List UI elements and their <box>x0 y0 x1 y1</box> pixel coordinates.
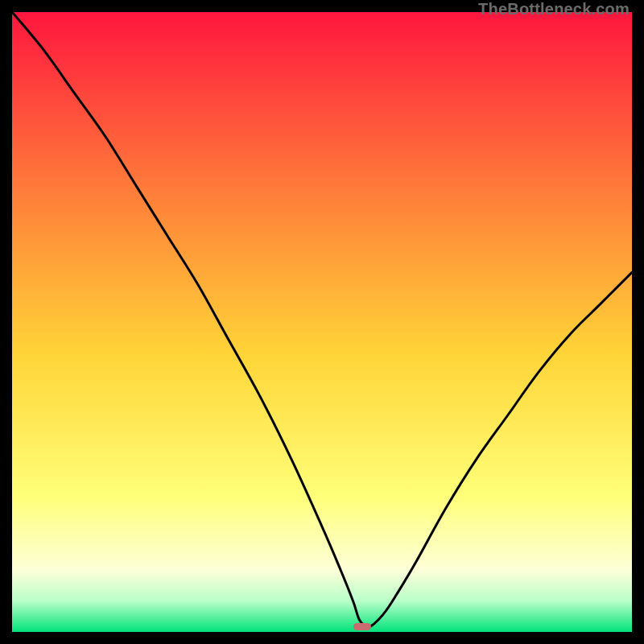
plot-area <box>12 12 632 632</box>
bottleneck-curve <box>12 12 632 632</box>
optimal-marker <box>353 623 371 630</box>
chart-frame: TheBottleneck.com <box>0 0 644 644</box>
watermark-text: TheBottleneck.com <box>478 0 630 19</box>
